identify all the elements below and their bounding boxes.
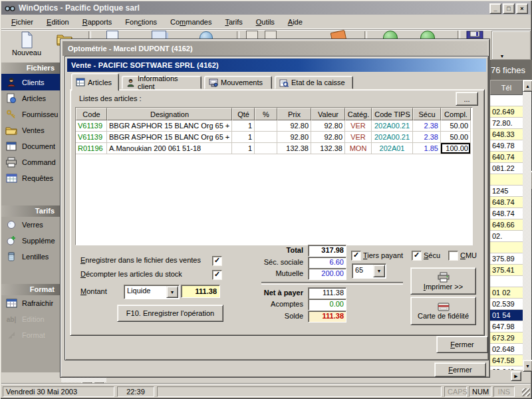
cell-valeur[interactable]: 132.38 xyxy=(311,143,345,154)
cell-categ[interactable]: MON xyxy=(345,143,372,154)
menu-item[interactable]: Outils xyxy=(254,17,277,27)
carte-fidelite-button[interactable]: Carte de fidélité xyxy=(410,297,476,325)
cell-pct[interactable] xyxy=(255,143,277,154)
client-row[interactable]: 647.58 xyxy=(490,355,523,366)
vertical-scrollbar[interactable] xyxy=(523,80,531,370)
minimize-button[interactable]: _ xyxy=(489,3,501,14)
column-header[interactable]: Compl. xyxy=(441,108,471,120)
client-row[interactable]: 02.649 xyxy=(490,106,523,118)
imprimer-button[interactable]: Imprimer >> xyxy=(410,267,476,295)
secu-checkbox[interactable]: ✓ xyxy=(412,251,422,261)
cmu-checkbox[interactable]: ✓ xyxy=(448,251,458,261)
column-header[interactable]: Prix xyxy=(277,108,311,120)
scroll-down-button[interactable]: ▼ xyxy=(523,360,532,372)
menu-item[interactable]: Fichier xyxy=(9,17,35,27)
client-row[interactable]: 02. xyxy=(490,231,523,242)
f10-enregistrer-button[interactable]: F10. Enregistrer l'opération xyxy=(117,305,223,322)
client-row[interactable]: 1245 xyxy=(490,186,523,197)
sidebar-item-articles[interactable]: Articles xyxy=(1,90,60,106)
cell-designation[interactable]: A.Manoukian 200 061 51-18 xyxy=(107,143,232,154)
menu-item[interactable]: Commandes xyxy=(168,17,213,27)
column-header[interactable]: Valeur xyxy=(311,108,345,120)
client-row[interactable]: 375.89 xyxy=(490,253,523,265)
menu-item[interactable]: Rapports xyxy=(80,17,114,27)
cell-categ[interactable]: VER xyxy=(345,132,372,143)
scroll-right-button[interactable]: ▶ xyxy=(511,371,521,381)
cell-prix[interactable]: 92.80 xyxy=(277,132,311,143)
client-row[interactable] xyxy=(490,95,523,106)
client-row[interactable]: 640.74 xyxy=(490,152,523,163)
client-row[interactable]: 648.33 xyxy=(490,129,523,140)
taux-dropdown[interactable]: ▼ xyxy=(373,265,385,277)
cell-designation[interactable]: BBGR ASPHOR 15 BLANC Org 65 + xyxy=(107,120,232,132)
client-row[interactable]: 02.648 xyxy=(490,344,523,355)
client-row[interactable] xyxy=(490,242,523,253)
article-row[interactable]: V61139 BBGR ASPHOR 15 BLANC Org 65 + 1 9… xyxy=(76,132,472,143)
column-header[interactable]: Sécu xyxy=(413,108,441,120)
cell-prix[interactable]: 92.80 xyxy=(277,120,311,132)
article-row[interactable]: V61139 BBGR ASPHOR 15 BLANC Org 65 + 1 9… xyxy=(76,120,472,132)
cell-code[interactable]: V61139 xyxy=(76,132,107,143)
client-row[interactable]: 01 02 xyxy=(490,287,523,299)
sidebar-item-commandes[interactable]: Command xyxy=(1,154,60,170)
client-row[interactable]: 01 54 xyxy=(490,310,523,321)
cell-secu[interactable]: 1.85 xyxy=(413,143,441,154)
payment-mode-dropdown[interactable]: ▼ xyxy=(166,286,178,298)
client-row[interactable] xyxy=(490,276,523,287)
cell-compl-selected[interactable]: 100.00 xyxy=(441,143,471,154)
cell-pct[interactable] xyxy=(255,132,277,143)
client-row[interactable]: 72.80. xyxy=(490,118,523,129)
cell-compl[interactable]: 50.00 xyxy=(441,120,471,132)
cell-code-tips[interactable]: 202A01 xyxy=(372,143,413,154)
column-header[interactable]: Qté xyxy=(232,108,255,120)
column-header[interactable]: Code xyxy=(76,108,107,120)
cell-designation[interactable]: BBGR ASPHOR 15 BLANC Org 65 + xyxy=(107,132,232,143)
column-header[interactable]: % xyxy=(255,108,277,120)
fermer-button[interactable]: Fermer xyxy=(436,336,488,353)
cell-pct[interactable] xyxy=(255,120,277,132)
sidebar-item-supplements[interactable]: Suppléme xyxy=(1,233,60,249)
client-row[interactable]: 648.74 xyxy=(490,208,523,219)
cell-valeur[interactable]: 92.80 xyxy=(311,120,345,132)
client-row[interactable] xyxy=(490,174,523,186)
cell-valeur[interactable]: 92.80 xyxy=(311,132,345,143)
column-header[interactable]: Catég. xyxy=(345,108,372,120)
close-button[interactable]: × xyxy=(516,3,528,14)
sidebar-item-fournisseurs[interactable]: Fournisseu xyxy=(1,106,60,122)
tab-informations-client[interactable]: Informations client xyxy=(122,76,201,89)
tel-column-header[interactable]: Tél xyxy=(490,80,523,95)
main-titlebar[interactable]: WinOptics - Pacific Optique sarl _ □ × xyxy=(1,1,531,15)
cell-qte[interactable]: 1 xyxy=(232,143,255,154)
maximize-button[interactable]: □ xyxy=(503,3,515,14)
menu-item[interactable]: Edition xyxy=(45,17,71,27)
cell-qte[interactable]: 1 xyxy=(232,120,255,132)
client-row[interactable]: 02.649 xyxy=(490,366,523,370)
cell-secu[interactable]: 2.38 xyxy=(413,132,441,143)
menu-item[interactable]: Tarifs xyxy=(223,17,244,27)
cell-categ[interactable]: VER xyxy=(345,120,372,132)
cell-secu[interactable]: 2.38 xyxy=(413,120,441,132)
resize-grip[interactable] xyxy=(522,388,530,396)
vente-titlebar[interactable]: Vente - PACIFIC SOFTWARE SPRL (4162) xyxy=(67,59,486,72)
mutuelle-field[interactable]: 200.00 xyxy=(308,268,346,280)
sidebar-item-lentilles[interactable]: Lentilles xyxy=(1,249,60,265)
client-row[interactable]: 647.98 xyxy=(490,321,523,332)
scroll-up-button[interactable]: ▲ xyxy=(523,80,532,92)
article-row[interactable]: R01196 A.Manoukian 200 061 51-18 1 132.3… xyxy=(76,143,472,154)
payment-mode-select[interactable]: Liquide ▼ xyxy=(124,285,180,299)
taux-select[interactable]: 65 ▼ xyxy=(352,263,386,279)
tab-articles[interactable]: Articles xyxy=(71,73,119,91)
client-row[interactable]: 081.22 xyxy=(490,163,523,174)
client-row[interactable]: 649.78 xyxy=(490,140,523,152)
column-header[interactable]: Designation xyxy=(107,108,232,120)
optometrie-fermer-button[interactable]: Fermer xyxy=(434,362,486,377)
cell-code-tips[interactable]: 202A00.21 xyxy=(372,120,413,132)
cell-qte[interactable]: 1 xyxy=(232,132,255,143)
nouveau-button[interactable]: Nouveau xyxy=(7,31,47,61)
sidebar-item-ventes[interactable]: Ventes xyxy=(1,122,60,138)
tiers-payant-checkbox[interactable]: ✓ xyxy=(351,251,361,261)
tab-mouvements[interactable]: Mouvements xyxy=(204,76,272,89)
sidebar-item-requetes[interactable]: Requêtes xyxy=(1,170,60,186)
cell-compl[interactable]: 50.00 xyxy=(441,132,471,143)
cell-code[interactable]: R01196 xyxy=(76,143,107,154)
